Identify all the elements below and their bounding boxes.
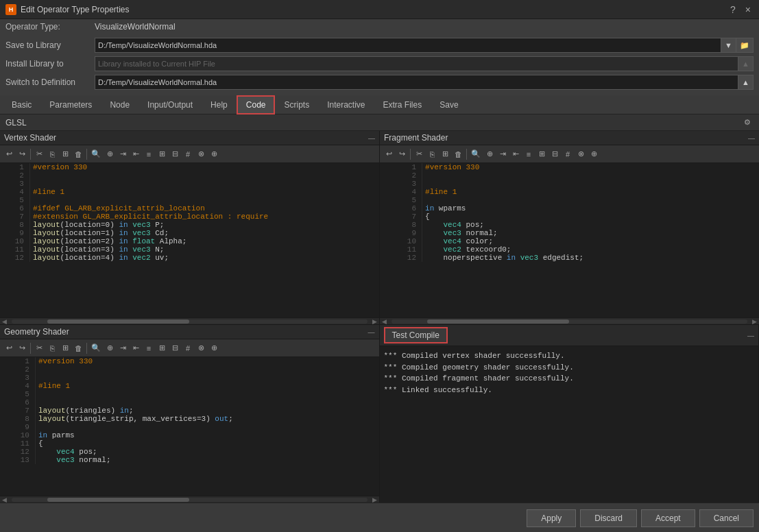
fs-find-btn[interactable]: 🔍 [469,148,483,160]
geometry-scrollbar-h[interactable]: ◀ ▶ [0,496,379,503]
test-compile-button[interactable]: Test Compile [384,327,448,343]
vs-bm2-btn[interactable]: ⊟ [169,148,181,160]
fs-comment-btn[interactable]: # [562,149,574,160]
save-library-browse-btn[interactable]: ▼ [721,38,736,52]
vs-scroll-track[interactable] [12,319,368,324]
gs-undo-btn[interactable]: ↩ [3,342,15,354]
fs-bm2-btn[interactable]: ⊟ [549,148,561,160]
vs-cut-btn[interactable]: ✂ [33,148,45,160]
close-button[interactable]: × [743,3,754,16]
gs-paste-btn[interactable]: ⊞ [59,342,71,354]
gs-indent-btn[interactable]: ⇥ [117,342,129,354]
gs-bm2-btn[interactable]: ⊟ [169,342,181,354]
gs-redo-btn[interactable]: ↪ [16,342,28,354]
apply-button[interactable]: Apply [527,509,576,527]
help-button[interactable]: ? [726,3,740,16]
vs-redo-btn[interactable]: ↪ [16,148,28,160]
gs-copy-btn[interactable]: ⎘ [46,343,58,354]
switch-definition-up-btn[interactable]: ▲ [738,75,753,89]
vs-comment-btn[interactable]: # [182,149,194,160]
tab-scripts[interactable]: Scripts [275,96,318,114]
geometry-minimize-btn[interactable]: — [368,328,375,336]
vs-find-btn[interactable]: 🔍 [89,148,103,160]
gs-find2-btn[interactable]: ⊕ [104,342,116,354]
vertex-scrollbar-h[interactable]: ◀ ▶ [0,317,379,324]
vs-indent-btn[interactable]: ⇥ [117,148,129,160]
fs-scroll-left[interactable]: ◀ [380,318,389,325]
vs-find2-btn[interactable]: ⊕ [104,148,116,160]
vs-scroll-thumb[interactable] [47,319,190,324]
accept-button[interactable]: Accept [641,509,695,527]
fs-copy-btn[interactable]: ⎘ [426,149,438,160]
fs-line-2: 2 [380,171,759,180]
vs-undo-btn[interactable]: ↩ [3,148,15,160]
fs-indent-btn[interactable]: ⇥ [496,148,509,160]
fs-find2-btn[interactable]: ⊕ [483,148,496,160]
geometry-code-area[interactable]: 1#version 330 2 3 4#line 1 5 6 7layout(t… [0,357,379,496]
cancel-button[interactable]: Cancel [699,509,754,527]
vs-paste-btn[interactable]: ⊞ [59,148,71,160]
fs-bm-btn[interactable]: ⊞ [535,148,548,160]
gs-comment-btn[interactable]: # [182,343,194,354]
fs-line-7: 7{ [380,213,759,221]
vs-copy-btn[interactable]: ⎘ [46,149,58,160]
switch-definition-input[interactable] [95,78,738,86]
tab-help[interactable]: Help [202,96,237,114]
save-library-input[interactable] [95,41,721,49]
vertex-toolbar: ↩ ↪ ✂ ⎘ ⊞ 🗑 🔍 ⊕ ⇥ ⇤ ≡ ⊞ ⊟ # ⊗ ⊕ [0,145,379,163]
fs-unindent-btn[interactable]: ⇤ [509,148,522,160]
tab-save[interactable]: Save [431,96,467,114]
gs-unindent-btn[interactable]: ⇤ [130,342,142,354]
tab-interactive[interactable]: Interactive [318,96,374,114]
tab-extrafiles[interactable]: Extra Files [374,96,431,114]
tab-basic[interactable]: Basic [3,96,40,114]
install-library-up-btn[interactable]: ▲ [738,57,753,71]
fs-line-1: 1#version 330 [380,163,759,171]
gs-bm-btn[interactable]: ⊞ [156,342,168,354]
vertex-minimize-btn[interactable]: — [368,134,375,142]
fs-hash-btn[interactable]: ⊗ [575,148,587,160]
glsl-settings-btn[interactable]: ⚙ [741,117,754,128]
gs-scroll-left[interactable]: ◀ [0,496,9,503]
fs-extra-btn[interactable]: ⊕ [588,148,600,160]
fragment-code-area[interactable]: 1#version 330 2 3 4#line 1 5 6in wparms … [380,163,759,317]
fs-scroll-track[interactable] [391,319,747,324]
fs-delete-btn[interactable]: 🗑 [452,149,464,160]
vs-bm-btn[interactable]: ⊞ [156,148,168,160]
save-library-file-btn[interactable]: 📁 [736,38,753,52]
fs-undo-btn[interactable]: ↩ [383,148,395,160]
fs-scroll-thumb[interactable] [427,319,570,324]
tab-inputoutput[interactable]: Input/Output [138,96,202,114]
gs-format-btn[interactable]: ≡ [143,343,155,354]
vertex-code-area[interactable]: 1#version 330 2 3 4#line 1 5 6#ifdef GL_… [0,163,379,317]
gs-delete-btn[interactable]: 🗑 [72,343,84,354]
vs-unindent-btn[interactable]: ⇤ [130,148,142,160]
gs-scroll-thumb[interactable] [47,498,189,502]
vertex-shader-panel: Vertex Shader — ↩ ↪ ✂ ⎘ ⊞ 🗑 🔍 ⊕ ⇥ ⇤ ≡ ⊞ … [0,131,380,324]
fs-scroll-right[interactable]: ▶ [750,318,759,325]
gs-scroll-track[interactable] [12,498,368,502]
gs-cut-btn[interactable]: ✂ [33,342,45,354]
discard-button[interactable]: Discard [580,509,637,527]
tab-node[interactable]: Node [101,96,138,114]
vs-format-btn[interactable]: ≡ [143,149,155,160]
vs-extra-btn[interactable]: ⊕ [208,148,220,160]
vs-hash-btn[interactable]: ⊗ [195,148,207,160]
fs-cut-btn[interactable]: ✂ [413,148,425,160]
fragment-scrollbar-h[interactable]: ◀ ▶ [380,317,759,324]
fs-format-btn[interactable]: ≡ [522,149,535,160]
vs-scroll-left[interactable]: ◀ [0,318,9,325]
vs-scroll-right[interactable]: ▶ [370,318,379,325]
fs-redo-btn[interactable]: ↪ [396,148,408,160]
output-minimize-btn[interactable]: — [747,332,754,339]
gs-scroll-right[interactable]: ▶ [370,496,379,503]
tab-code[interactable]: Code [237,95,276,114]
vs-delete-btn[interactable]: 🗑 [72,149,84,160]
save-library-input-wrap: ▼ 📁 [95,38,754,53]
gs-hash-btn[interactable]: ⊗ [195,342,207,354]
fragment-minimize-btn[interactable]: — [748,134,755,142]
gs-extra-btn[interactable]: ⊕ [208,342,220,354]
tab-parameters[interactable]: Parameters [40,96,101,114]
gs-find-btn[interactable]: 🔍 [89,342,103,354]
fs-paste-btn[interactable]: ⊞ [439,148,451,160]
